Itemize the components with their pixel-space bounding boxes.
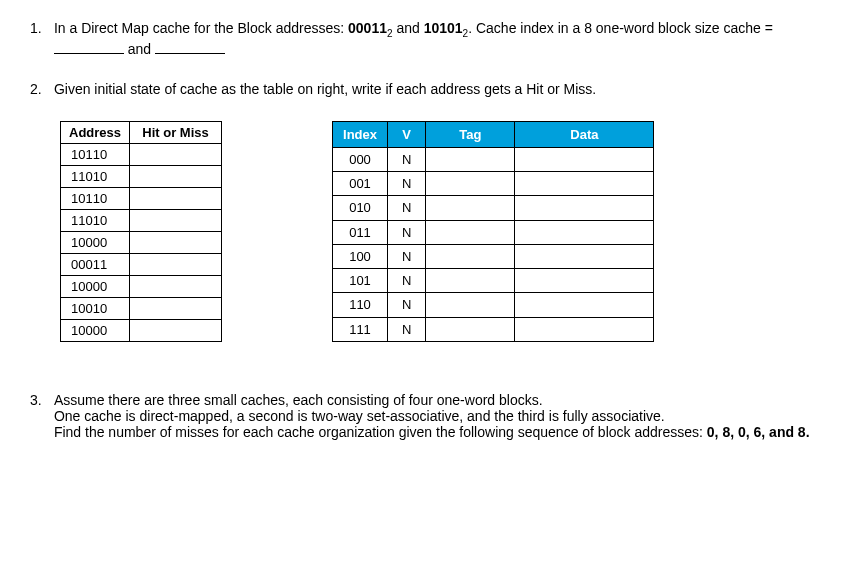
q3-line1: Assume there are three small caches, eac… bbox=[54, 392, 543, 408]
q3-line3a: Find the number of misses for each cache… bbox=[54, 424, 707, 440]
q1-addr2: 10101 bbox=[424, 20, 463, 36]
cache-cell-data bbox=[515, 147, 654, 171]
cache-cell-index: 110 bbox=[333, 293, 388, 317]
table-row: 111N bbox=[333, 317, 654, 341]
q1-number: 1. bbox=[30, 20, 50, 36]
q3-line3b: 0, 8, 0, 6, and 8. bbox=[707, 424, 810, 440]
cache-cell-tag bbox=[426, 269, 515, 293]
addr-cell: 10000 bbox=[61, 275, 130, 297]
table-row: 100N bbox=[333, 244, 654, 268]
q3-body: Assume there are three small caches, eac… bbox=[54, 392, 810, 440]
addr-cell: 10110 bbox=[61, 143, 130, 165]
cache-cell-data bbox=[515, 172, 654, 196]
table-row: 11010 bbox=[61, 165, 222, 187]
table-row: 010N bbox=[333, 196, 654, 220]
cache-header-1: V bbox=[388, 121, 426, 147]
cache-cell-v: N bbox=[388, 220, 426, 244]
blank-2 bbox=[155, 39, 225, 54]
addr-cell: 10000 bbox=[61, 231, 130, 253]
addr-cell: 11010 bbox=[61, 165, 130, 187]
cache-cell-data bbox=[515, 317, 654, 341]
cache-cell-v: N bbox=[388, 172, 426, 196]
cache-cell-index: 000 bbox=[333, 147, 388, 171]
cache-cell-tag bbox=[426, 317, 515, 341]
table-row: 10000 bbox=[61, 275, 222, 297]
hitmiss-cell bbox=[130, 253, 222, 275]
q1-addr1: 00011 bbox=[348, 20, 387, 36]
question-2: 2. Given initial state of cache as the t… bbox=[30, 81, 814, 97]
cache-cell-index: 010 bbox=[333, 196, 388, 220]
cache-header-0: Index bbox=[333, 121, 388, 147]
q2-text: Given initial state of cache as the tabl… bbox=[54, 81, 810, 97]
question-3: 3. Assume there are three small caches, … bbox=[30, 392, 814, 440]
q1-text-b: . Cache index in a 8 one-word block size… bbox=[468, 20, 773, 36]
cache-cell-index: 100 bbox=[333, 244, 388, 268]
cache-cell-index: 001 bbox=[333, 172, 388, 196]
q1-body: In a Direct Map cache for the Block addr… bbox=[54, 20, 810, 57]
cache-header-3: Data bbox=[515, 121, 654, 147]
table-row: 110N bbox=[333, 293, 654, 317]
table-row: 011N bbox=[333, 220, 654, 244]
table-row: 10000 bbox=[61, 319, 222, 341]
hitmiss-cell bbox=[130, 209, 222, 231]
table-header-row: Index V Tag Data bbox=[333, 121, 654, 147]
addr-cell: 00011 bbox=[61, 253, 130, 275]
table-row: 101N bbox=[333, 269, 654, 293]
cache-cell-tag bbox=[426, 220, 515, 244]
addr-cell: 10000 bbox=[61, 319, 130, 341]
tables-container: Address Hit or Miss 10110110101011011010… bbox=[60, 121, 814, 342]
cache-cell-data bbox=[515, 196, 654, 220]
table-row: 10110 bbox=[61, 143, 222, 165]
table-row: 10000 bbox=[61, 231, 222, 253]
q3-line2: One cache is direct-mapped, a second is … bbox=[54, 408, 665, 424]
cache-cell-tag bbox=[426, 293, 515, 317]
hitmiss-cell bbox=[130, 297, 222, 319]
hitmiss-cell bbox=[130, 143, 222, 165]
addr-cell: 10010 bbox=[61, 297, 130, 319]
cache-cell-data bbox=[515, 269, 654, 293]
cache-cell-v: N bbox=[388, 244, 426, 268]
table-row: 00011 bbox=[61, 253, 222, 275]
cache-cell-tag bbox=[426, 147, 515, 171]
q1-text-a: In a Direct Map cache for the Block addr… bbox=[54, 20, 348, 36]
q3-number: 3. bbox=[30, 392, 50, 408]
address-table: Address Hit or Miss 10110110101011011010… bbox=[60, 121, 222, 342]
cache-cell-tag bbox=[426, 172, 515, 196]
addr-header-1: Hit or Miss bbox=[130, 121, 222, 143]
blank-1 bbox=[54, 39, 124, 54]
cache-tbody: 000N001N010N011N100N101N110N111N bbox=[333, 147, 654, 341]
cache-cell-index: 111 bbox=[333, 317, 388, 341]
cache-cell-tag bbox=[426, 244, 515, 268]
table-row: 001N bbox=[333, 172, 654, 196]
cache-cell-index: 101 bbox=[333, 269, 388, 293]
cache-cell-v: N bbox=[388, 293, 426, 317]
cache-header-2: Tag bbox=[426, 121, 515, 147]
table-row: 10110 bbox=[61, 187, 222, 209]
cache-cell-tag bbox=[426, 196, 515, 220]
table-row: 000N bbox=[333, 147, 654, 171]
hitmiss-cell bbox=[130, 275, 222, 297]
cache-table: Index V Tag Data 000N001N010N011N100N101… bbox=[332, 121, 654, 342]
hitmiss-cell bbox=[130, 319, 222, 341]
addr-cell: 11010 bbox=[61, 209, 130, 231]
hitmiss-cell bbox=[130, 165, 222, 187]
cache-cell-data bbox=[515, 220, 654, 244]
question-1: 1. In a Direct Map cache for the Block a… bbox=[30, 20, 814, 57]
addr-header-0: Address bbox=[61, 121, 130, 143]
addr-cell: 10110 bbox=[61, 187, 130, 209]
q1-and1: and bbox=[393, 20, 424, 36]
table-row: 11010 bbox=[61, 209, 222, 231]
addr-tbody: 1011011010101101101010000000111000010010… bbox=[61, 143, 222, 341]
cache-cell-v: N bbox=[388, 269, 426, 293]
hitmiss-cell bbox=[130, 187, 222, 209]
cache-cell-index: 011 bbox=[333, 220, 388, 244]
table-row: 10010 bbox=[61, 297, 222, 319]
cache-cell-v: N bbox=[388, 196, 426, 220]
table-header-row: Address Hit or Miss bbox=[61, 121, 222, 143]
cache-cell-v: N bbox=[388, 147, 426, 171]
hitmiss-cell bbox=[130, 231, 222, 253]
q1-and2: and bbox=[124, 41, 155, 57]
cache-cell-data bbox=[515, 293, 654, 317]
cache-cell-v: N bbox=[388, 317, 426, 341]
cache-cell-data bbox=[515, 244, 654, 268]
